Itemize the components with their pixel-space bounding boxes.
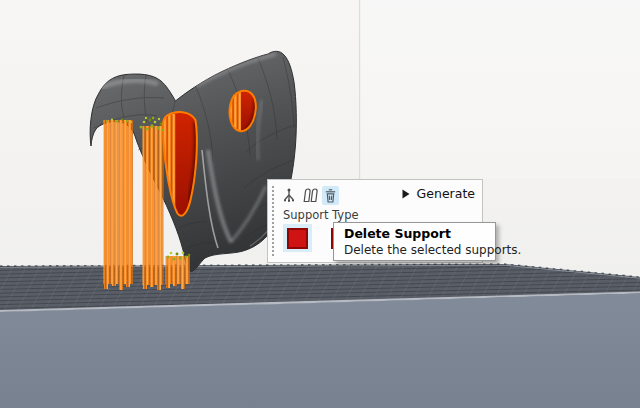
wall-corner-edge [359,0,360,179]
delete-support-button[interactable] [322,186,339,205]
bar-support-icon [302,187,318,204]
tooltip-description: Delete the selected supports. [344,242,495,258]
wall-right-region [360,0,640,179]
tree-support-icon [281,187,297,204]
play-triangle-icon [402,189,410,199]
support-cluster-left[interactable] [104,120,134,290]
bar-support-button[interactable] [301,186,318,205]
panel-drag-handle[interactable] [272,186,274,256]
support-type-label: Support Type [283,208,359,222]
build-plate-front-face [0,294,640,408]
print-prep-viewport: Generate Support Type Delete Support Del… [0,0,640,408]
support-cluster-middle[interactable] [143,126,164,290]
tooltip-title: Delete Support [344,226,495,242]
support-type-swatch-selected[interactable] [283,224,312,252]
build-plate [0,264,640,408]
tree-support-button[interactable] [280,186,297,205]
support-toolbar [280,185,343,205]
generate-button[interactable]: Generate [402,186,475,201]
support-color-swatch [287,228,308,249]
delete-support-icon [323,187,338,204]
delete-support-tooltip: Delete Support Delete the selected suppo… [333,222,496,261]
generate-label: Generate [417,186,475,201]
